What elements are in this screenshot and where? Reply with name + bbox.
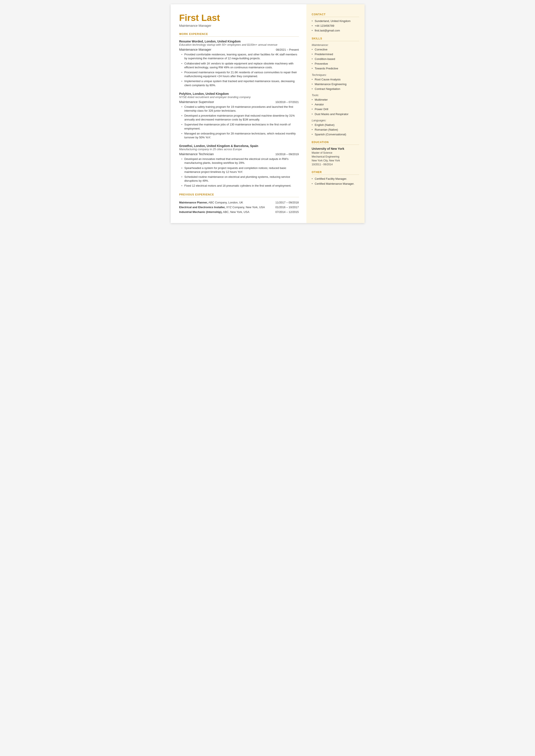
bullet-1-4: Implemented a unique system that tracked… — [182, 79, 299, 87]
job-block-2: Polyhire, London, United Kingdom NYSE-li… — [179, 92, 299, 140]
bullet-2-2: Developed a preventative maintenance pro… — [182, 114, 299, 122]
contact-list: Sunderland, United Kingdom +44 123456789… — [312, 19, 359, 33]
skill-contract-negotiation: Contract Negotiation — [312, 87, 359, 91]
company-name-2: Polyhire, London, United Kingdom — [179, 92, 299, 96]
job-row-1: Maintenance Manager 08/2021 – Present — [179, 48, 299, 51]
skills-list-tools: Multimeter Aerator Power Drill Dust Mask… — [312, 98, 359, 116]
resume-container: First Last Maintenance Manager WORK EXPE… — [171, 4, 365, 223]
other-list: Certified Facility Manager. Certified Ma… — [312, 177, 359, 185]
prev-title-rest-3: ABC, New York, USA — [222, 210, 249, 213]
company-name-1: Resume Worded, London, United Kingdom — [179, 40, 299, 43]
skill-multimeter: Multimeter — [312, 98, 359, 102]
company-label-3: Growthsi, — [179, 144, 193, 148]
skill-maintenance-engineering: Maintenance Engineering — [312, 82, 359, 86]
skill-english: English (Native) — [312, 123, 359, 127]
company-label-2: Polyhire, — [179, 92, 192, 96]
skill-root-cause: Root Cause Analysis — [312, 78, 359, 81]
skill-dust-masks: Dust Masks and Respirator — [312, 112, 359, 116]
skill-romanian: Romanian (Native) — [312, 128, 359, 132]
skill-preventive: Preventive — [312, 62, 359, 66]
company-rest-1: London, United Kingdom — [204, 40, 241, 43]
skills-cat-techniques: Techniques: — [312, 73, 359, 76]
job-bullets-1: Provided comfortable residences, learnin… — [179, 53, 299, 87]
prev-exp-row-3: Industrial Mechanic (Internship), ABC, N… — [179, 210, 299, 214]
other-item-2: Certified Maintenance Manager. — [312, 182, 359, 186]
contact-address: Sunderland, United Kingdom — [312, 19, 359, 23]
prev-date-3: 07/2014 – 12/2015 — [275, 210, 299, 214]
work-experience-heading: WORK EXPERIENCE — [179, 33, 299, 37]
skill-towards-predictive: Towards Predictive — [312, 67, 359, 70]
company-desc-3: Manufacturing company in 25 cities acros… — [179, 148, 299, 151]
bullet-1-3: Processed maintenance requests for 21.6K… — [182, 70, 299, 78]
prev-exp-row-1: Maintenance Planner, ABC Company, London… — [179, 200, 299, 205]
job-dates-1: 08/2021 – Present — [276, 48, 299, 51]
skill-condition-based: Condition-based — [312, 57, 359, 61]
prev-title-bold-1: Maintenance Planner, — [179, 201, 208, 204]
skills-cat-tools: Tools: — [312, 94, 359, 97]
company-desc-1: Education technology startup with 50+ em… — [179, 43, 299, 46]
prev-date-1: 11/2017 – 09/2018 — [275, 200, 299, 205]
skill-aerator: Aerator — [312, 102, 359, 106]
edu-field-1: Mechanical Engineering — [312, 155, 359, 159]
contact-phone: +44 123456789 — [312, 24, 359, 28]
other-heading: OTHER — [312, 171, 359, 175]
skill-predetermined: Predetermined — [312, 52, 359, 56]
bullet-2-3: Supervised the maintenance jobs of 130 m… — [182, 123, 299, 130]
bullet-3-4: Fixed 12 electrical motors and 18 pneuma… — [182, 184, 299, 188]
job-title-3: Maintenance Technician — [179, 152, 214, 156]
prev-exp-row-2: Electrical and Electronics Installer, XY… — [179, 205, 299, 210]
job-dates-3: 10/2018 – 09/2019 — [275, 153, 299, 156]
prev-title-1: Maintenance Planner, ABC Company, London… — [179, 200, 273, 205]
prev-date-2: 01/2016 – 10/2017 — [275, 205, 299, 210]
candidate-title: Maintenance Manager — [179, 24, 299, 27]
edu-school-1: University of New York — [312, 147, 359, 151]
edu-block-1: University of New York Master of Science… — [312, 147, 359, 166]
edu-location-1: New York City, New York — [312, 159, 359, 162]
skill-spanish: Spanish (Conversational) — [312, 132, 359, 136]
education-heading: EDUCATION — [312, 141, 359, 145]
contact-heading: CONTACT — [312, 13, 359, 17]
edu-degree-1: Master of Science — [312, 151, 359, 155]
bullet-1-1: Provided comfortable residences, learnin… — [182, 53, 299, 60]
previous-experience-table: Maintenance Planner, ABC Company, London… — [179, 200, 299, 214]
prev-title-rest-1: ABC Company, London, UK — [208, 201, 243, 204]
company-name-3: Growthsi, London, United Kingdom & Barce… — [179, 144, 299, 148]
prev-title-bold-2: Electrical and Electronics Installer, — [179, 206, 226, 209]
bullet-3-1: Developed an innovative method that enha… — [182, 157, 299, 165]
right-column: CONTACT Sunderland, United Kingdom +44 1… — [306, 4, 365, 223]
skills-list-maintenance: Corrective Predetermined Condition-based… — [312, 48, 359, 71]
prev-title-3: Industrial Mechanic (Internship), ABC, N… — [179, 210, 273, 214]
skills-list-languages: English (Native) Romanian (Native) Spani… — [312, 123, 359, 137]
company-rest-3: London, United Kingdom & Barcelona, Spai… — [193, 144, 258, 148]
bullet-3-3: Scheduled routine maintenance on electri… — [182, 175, 299, 183]
skills-heading: SKILLS — [312, 37, 359, 41]
skill-corrective: Corrective — [312, 48, 359, 51]
candidate-name: First Last — [179, 13, 299, 23]
other-item-1: Certified Facility Manager. — [312, 177, 359, 181]
prev-title-bold-3: Industrial Mechanic (Internship), — [179, 210, 222, 213]
bullet-1-2: Collaborated with 1K vendors to update e… — [182, 62, 299, 70]
skills-cat-languages: Languages: — [312, 119, 359, 122]
job-title-1: Maintenance Manager — [179, 48, 211, 51]
job-row-3: Maintenance Technician 10/2018 – 09/2019 — [179, 152, 299, 156]
left-column: First Last Maintenance Manager WORK EXPE… — [171, 4, 306, 223]
job-title-2: Maintenance Supervisor — [179, 100, 214, 104]
job-block-3: Growthsi, London, United Kingdom & Barce… — [179, 144, 299, 188]
company-rest-2: London, United Kingdom — [192, 92, 229, 96]
bullet-2-4: Managed an onboarding program for 28 mai… — [182, 132, 299, 139]
skills-list-techniques: Root Cause Analysis Maintenance Engineer… — [312, 78, 359, 91]
company-desc-2: NYSE-listed recruitment and employer bra… — [179, 96, 299, 99]
skill-power-drill: Power Drill — [312, 107, 359, 111]
job-bullets-3: Developed an innovative method that enha… — [179, 157, 299, 188]
prev-title-2: Electrical and Electronics Installer, XY… — [179, 205, 273, 210]
edu-dates-1: 10/2011 - 06/2014 — [312, 162, 359, 166]
bullet-2-1: Created a safety training program for 19… — [182, 105, 299, 113]
bullet-3-2: Spearheaded a system for project request… — [182, 166, 299, 174]
job-row-2: Maintenance Supervisor 10/2019 – 07/2021 — [179, 100, 299, 104]
job-block-1: Resume Worded, London, United Kingdom Ed… — [179, 40, 299, 87]
job-dates-2: 10/2019 – 07/2021 — [275, 100, 299, 104]
previous-experience-heading: PREVIOUS EXPERIENCE — [179, 193, 299, 197]
skills-cat-maintenance: Maintenance: — [312, 43, 359, 46]
company-label-1: Resume Worded, — [179, 40, 204, 43]
contact-email: first.last@gmail.com — [312, 29, 359, 33]
